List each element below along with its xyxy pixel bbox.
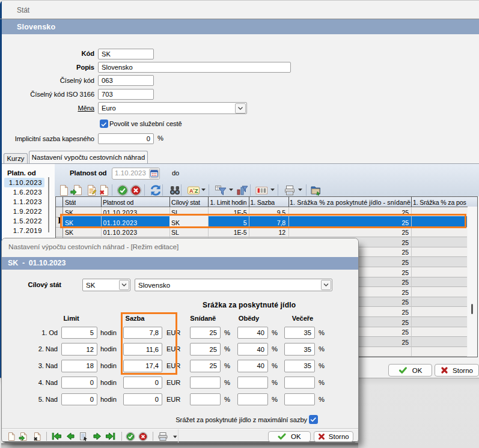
svg-text:A: A [189,187,194,193]
svg-text:Z: Z [195,187,198,193]
